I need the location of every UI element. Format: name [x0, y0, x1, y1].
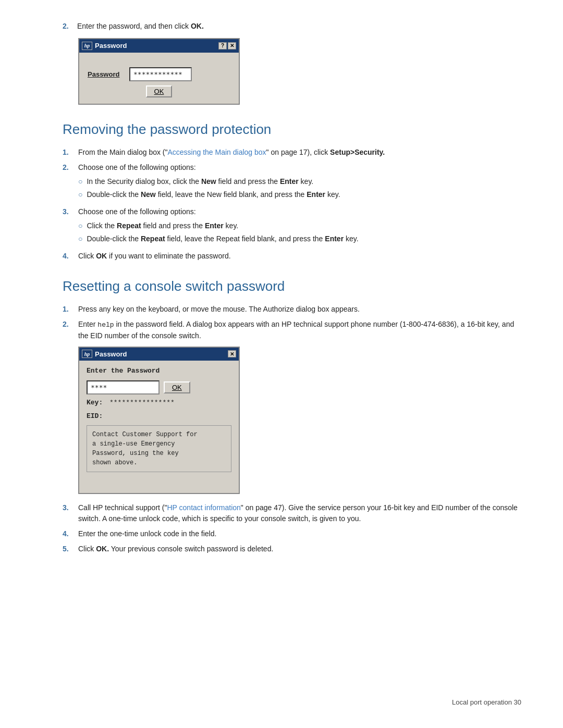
reset-steps-list: 1. Press any key on the keyboard, or mov…: [63, 304, 521, 341]
dialog2-ok-button[interactable]: OK: [164, 381, 190, 393]
reset-step-5-content: Click OK. Your previous console switch p…: [78, 544, 521, 554]
new-bold-2: New: [141, 190, 156, 199]
remove-step-2: 2. Choose one of the following options: …: [63, 162, 521, 202]
reset-step-4-content: Enter the one-time unlock code in the fi…: [78, 528, 521, 539]
reset-step-1: 1. Press any key on the keyboard, or mov…: [63, 304, 521, 315]
remove-sub-2b-text: Double-click the New field, leave the Ne…: [87, 189, 340, 200]
dialog2-key-label: Key:: [87, 398, 105, 408]
bullet-o-1: ○: [78, 176, 82, 187]
help-code: help: [97, 321, 114, 329]
support-line-2: a single-use Emergency: [92, 439, 226, 449]
new-bold-1: New: [201, 177, 216, 186]
reset-step-5-num: 5.: [63, 544, 73, 554]
reset-step-2: 2. Enter help in the password field. A d…: [63, 319, 521, 341]
dialog1-btn-row: OK: [88, 85, 230, 97]
dialog1-ok-button[interactable]: OK: [146, 85, 173, 97]
enter-bold-3: Enter: [205, 221, 224, 230]
ok-bold-3: OK.: [96, 545, 109, 553]
reset-step-3-content: Call HP technical support ("HP contact i…: [78, 502, 521, 524]
enter-bold-2: Enter: [307, 190, 325, 199]
dialog1-password-input[interactable]: ************: [129, 67, 192, 82]
ok-bold-2: OK: [96, 252, 107, 260]
reset-step-3: 3. Call HP technical support ("HP contac…: [63, 502, 521, 524]
bullet-o-2: ○: [78, 189, 82, 200]
intro-step: 2. Enter the password, and then click OK…: [63, 21, 521, 32]
dialog2-subtitle: Enter the Password: [87, 366, 231, 376]
enter-bold-4: Enter: [325, 235, 344, 243]
remove-step-4-num: 4.: [63, 251, 73, 262]
remove-sub-3b-text: Double-click the Repeat field, leave the…: [87, 233, 358, 244]
dialog2-eid-label: EID:: [87, 411, 105, 422]
dialog1-controls: ? ✕: [218, 42, 236, 50]
remove-step-2-sublist: ○ In the Security dialog box, click the …: [78, 176, 521, 200]
remove-sub-2b: ○ Double-click the New field, leave the …: [78, 189, 521, 200]
remove-step-4: 4. Click OK if you want to eliminate the…: [63, 251, 521, 262]
reset-step-4-num: 4.: [63, 528, 73, 539]
password-dialog-1: hp Password ? ✕ Password ************ OK: [78, 38, 240, 105]
dialog1-titlebar: hp Password ? ✕: [79, 39, 239, 53]
enter-bold-1: Enter: [280, 177, 299, 186]
dialog1-help-button[interactable]: ?: [218, 42, 227, 50]
remove-step-3-num: 3.: [63, 206, 73, 246]
remove-sub-3a-text: Click the Repeat field and press the Ent…: [87, 220, 238, 231]
reset-step-1-content: Press any key on the keyboard, or move t…: [78, 304, 521, 315]
dialog1-title: Password: [95, 41, 127, 51]
reset-step-5: 5. Click OK. Your previous console switc…: [63, 544, 521, 554]
repeat-bold-1: Repeat: [117, 221, 141, 230]
remove-step-3: 3. Choose one of the following options: …: [63, 206, 521, 246]
step-number: 2.: [63, 21, 73, 32]
remove-steps-list: 1. From the Main dialog box ("Accessing …: [63, 147, 521, 262]
support-line-1: Contact Customer Support for: [92, 430, 226, 439]
hp-contact-link[interactable]: HP contact information: [167, 503, 240, 512]
dialog2-key-row: Key: ****************: [87, 398, 231, 408]
dialog2-body: Enter the Password **** OK Key: ********…: [79, 361, 239, 493]
dialog2-close-button[interactable]: ✕: [228, 350, 236, 357]
dialog2-input-row: **** OK: [87, 380, 231, 395]
dialog2-title: Password: [95, 349, 127, 360]
intro-text: Enter the password, and then click OK.: [77, 21, 204, 32]
remove-sub-3b: ○ Double-click the Repeat field, leave t…: [78, 233, 521, 244]
hp-logo-1: hp: [82, 42, 92, 50]
remove-step-1-content: From the Main dialog box ("Accessing the…: [78, 147, 521, 158]
reset-step-4: 4. Enter the one-time unlock code in the…: [63, 528, 521, 539]
dialog1-close-button[interactable]: ✕: [228, 42, 236, 50]
setup-security-bold: Setup>Security.: [330, 148, 385, 156]
dialog2-titlebar: hp Password ✕: [79, 348, 239, 361]
bullet-o-3: ○: [78, 220, 82, 231]
dialog1-password-row: Password ************: [88, 67, 230, 82]
dialog2-key-value: ****************: [109, 398, 175, 408]
hp-logo-2: hp: [82, 350, 92, 358]
password-dialog-2: hp Password ✕ Enter the Password **** OK…: [78, 347, 240, 495]
accessing-dialog-link[interactable]: Accessing the Main dialog box: [168, 148, 266, 156]
dialog2-support-text: Contact Customer Support for a single-us…: [87, 425, 231, 472]
ok-bold: OK.: [191, 22, 204, 30]
page-footer: Local port operation 30: [452, 697, 521, 708]
remove-step-4-content: Click OK if you want to eliminate the pa…: [78, 251, 521, 262]
reset-step-3-num: 3.: [63, 502, 73, 524]
dialog2-password-input[interactable]: ****: [87, 380, 160, 395]
remove-step-3-content: Choose one of the following options: ○ C…: [78, 206, 521, 246]
remove-step-3-sublist: ○ Click the Repeat field and press the E…: [78, 220, 521, 244]
remove-step-2-num: 2.: [63, 162, 73, 202]
section1-heading: Removing the password protection: [63, 119, 521, 140]
reset-step-1-num: 1.: [63, 304, 73, 315]
dialog1-password-label: Password: [88, 69, 124, 80]
remove-step-1: 1. From the Main dialog box ("Accessing …: [63, 147, 521, 158]
remove-step-2-content: Choose one of the following options: ○ I…: [78, 162, 521, 202]
reset-step-2-content: Enter help in the password field. A dial…: [78, 319, 521, 341]
dialog1-titlebar-left: hp Password: [82, 41, 127, 51]
section2-heading: Resetting a console switch password: [63, 276, 521, 297]
support-line-4: shown above.: [92, 458, 226, 467]
reset-steps-list-2: 3. Call HP technical support ("HP contac…: [63, 502, 521, 554]
bullet-o-4: ○: [78, 233, 82, 244]
remove-sub-2a: ○ In the Security dialog box, click the …: [78, 176, 521, 187]
remove-step-1-num: 1.: [63, 147, 73, 158]
dialog1-body: Password ************ OK: [79, 53, 239, 104]
remove-sub-3a: ○ Click the Repeat field and press the E…: [78, 220, 521, 231]
repeat-bold-2: Repeat: [141, 235, 165, 243]
reset-step-2-num: 2.: [63, 319, 73, 341]
dialog2-titlebar-left: hp Password: [82, 349, 127, 360]
dialog2-eid-row: EID:: [87, 411, 231, 422]
remove-sub-2a-text: In the Security dialog box, click the Ne…: [87, 176, 313, 187]
support-line-3: Password, using the key: [92, 449, 226, 458]
